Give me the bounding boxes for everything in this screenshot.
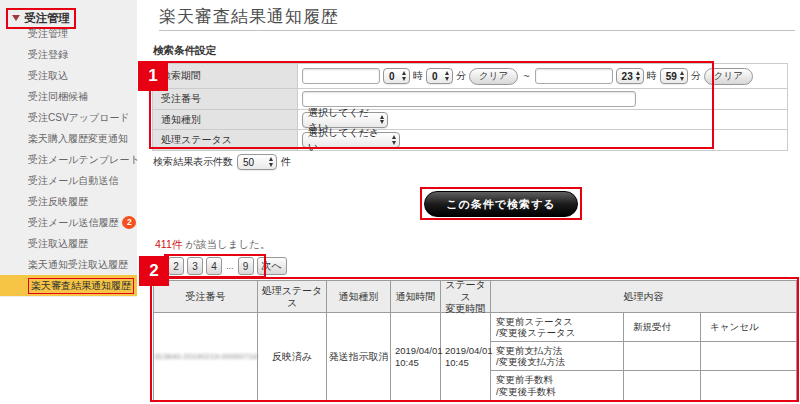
stepper-arrows-icon xyxy=(680,71,684,81)
pagination-ellipsis: ... xyxy=(225,261,235,271)
page-button-4[interactable]: 4 xyxy=(206,257,222,275)
detail-after-payment xyxy=(701,342,796,370)
cell-status-change-time: 2019/04/01 10:45 xyxy=(441,313,491,400)
header-order-number: 受注番号 xyxy=(154,281,258,312)
search-submit-button[interactable]: この条件で検索する xyxy=(424,191,578,217)
detail-row-status: 変更前ステータス/変更後ステータス 新規受付 キャンセル xyxy=(491,313,796,342)
detail-before-payment xyxy=(624,342,701,370)
collapse-arrow-icon xyxy=(12,15,20,21)
results-table: 受注番号 処理ステータス 通知種別 通知時間 ステータス 変更時間 処理内容 3… xyxy=(153,280,797,401)
process-status-label: 処理ステータス xyxy=(153,130,298,150)
cell-process-status: 反映済み xyxy=(258,313,327,400)
sidebar-item-bundle-candidates[interactable]: 受注同梱候補 xyxy=(0,86,137,107)
stepper-arrows-icon xyxy=(402,71,406,81)
sidebar-item-rakuten-notify-import-history[interactable]: 楽天通知受注取込履歴 xyxy=(0,254,137,275)
form-row-order-number: 受注番号 xyxy=(153,89,787,110)
period-from-hour-stepper[interactable]: 0 xyxy=(383,68,410,84)
cell-order-number: 313640-20190219-00000718 xyxy=(154,313,258,400)
notify-type-label: 通知種別 xyxy=(153,110,298,129)
period-from-date-input[interactable] xyxy=(302,68,380,84)
sidebar-item-order-management[interactable]: 受注管理 xyxy=(0,23,137,44)
sidebar: 受注管理 受注管理 受注登録 受注取込 受注同梱候補 受注CSVアップロード 楽… xyxy=(0,0,137,297)
sidebar-item-rakuten-history-change[interactable]: 楽天購入履歴変更通知 xyxy=(0,128,137,149)
stepper-arrows-icon xyxy=(445,71,449,81)
detail-row-payment: 変更前支払方法/変更後支払方法 xyxy=(491,342,796,371)
select-arrows-icon xyxy=(392,135,396,145)
order-number-label: 受注番号 xyxy=(153,89,298,109)
title-divider xyxy=(159,30,795,31)
header-process-status: 処理ステータス xyxy=(258,281,327,312)
cell-detail: 変更前ステータス/変更後ステータス 新規受付 キャンセル 変更前支払方法/変更後… xyxy=(491,313,796,400)
select-arrows-icon xyxy=(380,115,384,125)
results-message: 411件 が該当しました。 xyxy=(155,238,270,252)
period-to-clear-button[interactable]: クリア xyxy=(704,68,753,85)
search-section-heading: 検索条件設定 xyxy=(153,44,216,58)
page-button-last[interactable]: 9 xyxy=(238,257,254,275)
period-label: 検索期間 xyxy=(153,64,298,88)
sidebar-item-import-history[interactable]: 受注取込履歴 xyxy=(0,233,137,254)
notification-count-badge: 2 xyxy=(122,216,136,229)
form-row-process-status: 処理ステータス 選択してください xyxy=(153,130,787,150)
period-to-minute-stepper[interactable]: 59 xyxy=(660,68,688,84)
stepper-arrows-icon xyxy=(636,71,640,81)
header-notify-time: 通知時間 xyxy=(391,281,441,312)
display-count-select[interactable]: 50 xyxy=(237,154,277,170)
cell-notify-type: 発送指示取消 xyxy=(327,313,391,400)
pagination: 2 3 4 ... 9 次へ xyxy=(168,257,287,275)
sidebar-item-order-register[interactable]: 受注登録 xyxy=(0,44,137,65)
table-row: 313640-20190219-00000718 反映済み 発送指示取消 201… xyxy=(154,313,796,400)
cell-notify-time: 2019/04/01 10:45 xyxy=(391,313,441,400)
header-status-change-time: ステータス 変更時間 xyxy=(441,281,491,312)
display-count-unit: 件 xyxy=(281,155,291,169)
detail-before-status: 新規受付 xyxy=(624,313,701,341)
results-count: 411件 xyxy=(155,238,182,250)
page-title: 楽天審査結果通知履歴 xyxy=(159,5,339,28)
search-form: 検索期間 0 時 0 分 クリア ~ 23 時 59 分 クリア 受注番号 通知… xyxy=(152,63,788,151)
detail-after-fee xyxy=(701,371,796,400)
minute-unit-label: 分 xyxy=(456,69,466,83)
display-count-label: 検索結果表示件数 xyxy=(153,155,233,169)
sidebar-item-mail-auto-send[interactable]: 受注メール自動送信 xyxy=(0,170,137,191)
period-to-date-input[interactable] xyxy=(535,68,613,84)
sidebar-item-csv-upload[interactable]: 受注CSVアップロード xyxy=(0,107,137,128)
period-to-hour-stepper[interactable]: 23 xyxy=(616,68,644,84)
sidebar-item-rakuten-review-history[interactable]: 楽天審査結果通知履歴 xyxy=(0,275,137,296)
page-button-2[interactable]: 2 xyxy=(168,257,184,275)
hour-unit-label: 時 xyxy=(647,69,657,83)
detail-row-fee: 変更前手数料/変更後手数料 xyxy=(491,371,796,400)
table-header-row: 受注番号 処理ステータス 通知種別 通知時間 ステータス 変更時間 処理内容 xyxy=(154,281,796,313)
sidebar-item-mail-send-history[interactable]: 受注メール送信履歴 2 xyxy=(0,212,137,233)
hour-unit-label: 時 xyxy=(413,69,423,83)
period-separator: ~ xyxy=(523,70,529,82)
header-notify-type: 通知種別 xyxy=(327,281,391,312)
display-count-row: 検索結果表示件数 50 件 xyxy=(153,154,291,170)
period-controls: 0 時 0 分 クリア ~ 23 時 59 分 クリア xyxy=(298,64,787,88)
period-from-minute-stepper[interactable]: 0 xyxy=(426,68,453,84)
sidebar-menu: 受注管理 受注登録 受注取込 受注同梱候補 受注CSVアップロード 楽天購入履歴… xyxy=(0,23,137,296)
sidebar-item-mail-template[interactable]: 受注メールテンプレート xyxy=(0,149,137,170)
process-status-select[interactable]: 選択してください xyxy=(302,132,400,148)
page-button-3[interactable]: 3 xyxy=(187,257,203,275)
form-row-notify-type: 通知種別 選択してください xyxy=(153,110,787,130)
select-arrows-icon xyxy=(269,157,273,167)
sidebar-item-reflect-history[interactable]: 受注反映履歴 xyxy=(0,191,137,212)
form-row-period: 検索期間 0 時 0 分 クリア ~ 23 時 59 分 クリア xyxy=(153,64,787,89)
detail-before-fee xyxy=(624,371,701,400)
minute-unit-label: 分 xyxy=(691,69,701,83)
detail-after-status: キャンセル xyxy=(701,313,796,341)
period-from-clear-button[interactable]: クリア xyxy=(469,68,518,85)
results-message-text: が該当しました。 xyxy=(182,238,270,250)
page-button-next[interactable]: 次へ xyxy=(257,257,287,275)
header-detail: 処理内容 xyxy=(491,281,796,312)
sidebar-item-order-import[interactable]: 受注取込 xyxy=(0,65,137,86)
